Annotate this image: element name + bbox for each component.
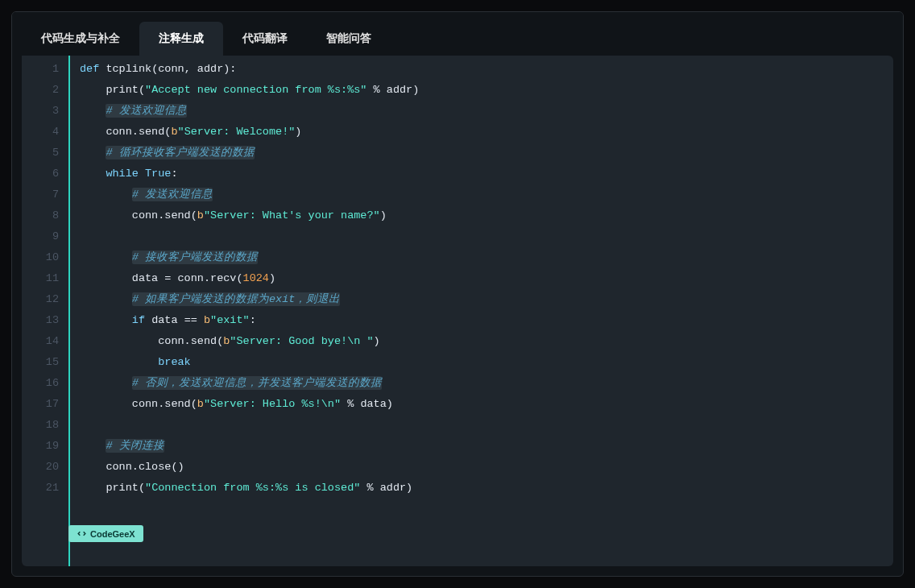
- line-number: 20: [22, 457, 59, 478]
- line-number: 4: [22, 122, 59, 143]
- code-line: def tcplink(conn, addr):: [80, 59, 893, 80]
- line-number: 19: [22, 436, 59, 457]
- line-number: 1: [22, 59, 59, 80]
- code-line: conn.send(b"Server: What's your name?"): [80, 205, 893, 226]
- code-line: # 接收客户端发送的数据: [80, 247, 893, 268]
- code-line: conn.send(b"Server: Welcome!"): [80, 122, 893, 143]
- tab-code-generation[interactable]: 代码生成与补全: [22, 22, 139, 56]
- code-line: while True:: [80, 164, 893, 184]
- line-number: 18: [22, 415, 59, 436]
- codegeex-badge[interactable]: CodeGeeX: [68, 525, 143, 542]
- main-panel: 代码生成与补全 注释生成 代码翻译 智能问答 12345678910111213…: [11, 11, 904, 577]
- line-number: 10: [22, 247, 59, 268]
- code-line: [80, 226, 893, 247]
- line-number: 15: [22, 352, 59, 373]
- code-line: # 如果客户端发送的数据为exit，则退出: [80, 289, 893, 310]
- code-line: # 发送欢迎信息: [80, 101, 893, 122]
- code-line: conn.send(b"Server: Good bye!\n "): [80, 331, 893, 352]
- line-number: 11: [22, 268, 59, 289]
- code-line: if data == b"exit":: [80, 310, 893, 331]
- code-line: break: [80, 352, 893, 373]
- code-line: print("Accept new connection from %s:%s"…: [80, 80, 893, 101]
- line-number: 2: [22, 80, 59, 101]
- line-number: 7: [22, 184, 59, 205]
- line-number: 8: [22, 205, 59, 226]
- tab-qa[interactable]: 智能问答: [307, 22, 391, 56]
- code-line: # 否则，发送欢迎信息，并发送客户端发送的数据: [80, 373, 893, 394]
- code-line: conn.send(b"Server: Hello %s!\n" % data): [80, 394, 893, 415]
- line-number: 9: [22, 226, 59, 247]
- line-number-gutter: 123456789101112131415161718192021: [22, 56, 68, 566]
- code-line: # 关闭连接: [80, 436, 893, 457]
- line-number: 14: [22, 331, 59, 352]
- code-line: conn.close(): [80, 457, 893, 478]
- code-line: print("Connection from %s:%s is closed" …: [80, 478, 893, 499]
- line-number: 6: [22, 164, 59, 184]
- line-number: 16: [22, 373, 59, 394]
- code-editor[interactable]: 123456789101112131415161718192021 def tc…: [22, 56, 893, 566]
- tab-code-translation[interactable]: 代码翻译: [223, 22, 307, 56]
- line-number: 3: [22, 101, 59, 122]
- line-number: 12: [22, 289, 59, 310]
- editor-container: 123456789101112131415161718192021 def tc…: [22, 56, 893, 566]
- code-line: # 循环接收客户端发送的数据: [80, 143, 893, 164]
- code-line: [80, 415, 893, 436]
- line-number: 21: [22, 478, 59, 499]
- line-number: 5: [22, 143, 59, 164]
- code-area[interactable]: def tcplink(conn, addr): print("Accept n…: [68, 56, 893, 566]
- code-line: data = conn.recv(1024): [80, 268, 893, 289]
- line-number: 17: [22, 394, 59, 415]
- tab-bar: 代码生成与补全 注释生成 代码翻译 智能问答: [12, 12, 903, 56]
- tab-comment-generation[interactable]: 注释生成: [139, 22, 223, 56]
- code-line: # 发送欢迎信息: [80, 184, 893, 205]
- badge-label: CodeGeeX: [90, 529, 135, 539]
- line-number: 13: [22, 310, 59, 331]
- codegeex-icon: [77, 528, 87, 539]
